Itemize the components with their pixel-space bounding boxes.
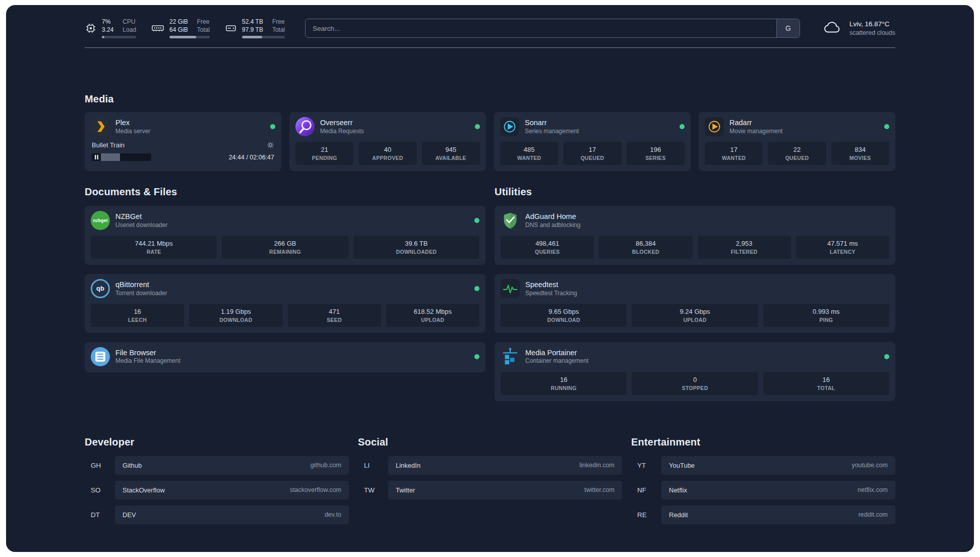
playback-time: 24:44 / 02:06:47 bbox=[229, 154, 274, 161]
stat-value: 1.19 Gbps bbox=[191, 307, 280, 316]
memory-icon bbox=[151, 22, 164, 34]
stat-label: BLOCKED bbox=[601, 248, 690, 256]
search-provider-button[interactable]: G bbox=[776, 19, 800, 37]
topbar: 7% CPU 3.24 Load bbox=[85, 18, 895, 38]
documents-section-title: Documents & Files bbox=[85, 186, 485, 198]
disk-icon bbox=[225, 22, 237, 34]
disk-usage-bar bbox=[242, 36, 285, 38]
service-name: Plex bbox=[115, 118, 150, 128]
bookmark-link-dev[interactable]: DEV dev.to bbox=[115, 506, 349, 524]
bookmark-link-linkedin[interactable]: LinkedIn linkedin.com bbox=[388, 456, 622, 475]
service-card-sonarr[interactable]: Sonarr Series management 485 WANTED 17 Q… bbox=[494, 112, 691, 171]
bookmark-name: Twitter bbox=[396, 486, 415, 494]
bookmark-row: RE Reddit reddit.com bbox=[631, 506, 895, 524]
stat-value: 21 bbox=[297, 145, 351, 154]
service-description: Usenet downloader bbox=[115, 221, 167, 230]
status-indicator bbox=[884, 354, 889, 359]
stat-value: 16 bbox=[93, 307, 182, 316]
service-name: Speedtest bbox=[525, 280, 577, 290]
bookmark-name: Netflix bbox=[669, 486, 687, 494]
stat-value: 9.24 Gbps bbox=[634, 307, 756, 316]
stat-block: 9.65 Gbps DOWNLOAD bbox=[501, 304, 627, 327]
playback-progress-fill bbox=[101, 153, 120, 161]
bookmark-url: netflix.com bbox=[858, 486, 888, 493]
service-description: DNS and adblocking bbox=[525, 221, 580, 230]
search-input[interactable] bbox=[305, 19, 776, 37]
status-indicator bbox=[475, 124, 480, 129]
stat-block: 47.571 ms LATENCY bbox=[796, 236, 889, 259]
bookmark-name: StackOverflow bbox=[122, 486, 165, 494]
cpu-load-value: 3.24 bbox=[102, 26, 113, 34]
stat-block: 196 SERIES bbox=[627, 142, 685, 165]
bookmark-link-reddit[interactable]: Reddit reddit.com bbox=[661, 506, 895, 524]
bookmark-link-youtube[interactable]: YouTube youtube.com bbox=[661, 456, 895, 475]
section-utilities: Utilities bbox=[495, 186, 895, 401]
stat-value: 834 bbox=[833, 145, 887, 154]
stat-block: 16 TOTAL bbox=[763, 372, 889, 395]
disk-total-label: Total bbox=[272, 26, 285, 34]
stat-label: SERIES bbox=[629, 154, 683, 162]
weather-condition: scattered clouds bbox=[849, 29, 895, 37]
memory-usage-bar bbox=[169, 36, 210, 38]
stat-label: LEECH bbox=[93, 316, 182, 324]
bookmark-link-stackoverflow[interactable]: StackOverflow stackoverflow.com bbox=[115, 481, 349, 499]
stat-block: 39.6 TB DOWNLOADED bbox=[353, 236, 479, 259]
memory-free-label: Free bbox=[197, 18, 210, 26]
service-card-speedtest[interactable]: Speedtest Speedtest Tracking 9.65 Gbps D… bbox=[495, 274, 895, 333]
memory-total-label: Total bbox=[197, 26, 210, 34]
stat-value: 17 bbox=[707, 145, 761, 154]
portainer-icon bbox=[501, 347, 520, 366]
bookmark-link-netflix[interactable]: Netflix netflix.com bbox=[661, 481, 895, 499]
bookmark-link-github[interactable]: Github github.com bbox=[115, 456, 349, 475]
bookmark-url: dev.to bbox=[325, 511, 341, 518]
service-name: Sonarr bbox=[525, 118, 579, 128]
disk-total-value: 97.9 TB bbox=[242, 26, 263, 34]
stat-value: 945 bbox=[424, 145, 478, 154]
stat-block: 17 QUEUED bbox=[563, 142, 621, 165]
stat-label: PING bbox=[765, 316, 887, 324]
service-description: Torrent downloader bbox=[115, 290, 167, 298]
stat-value: 16 bbox=[765, 375, 887, 384]
disk-widget: 52.4 TB Free 97.9 TB Total bbox=[225, 18, 285, 38]
cpu-usage-value: 7% bbox=[102, 18, 113, 26]
bookmark-name: Reddit bbox=[669, 511, 688, 519]
service-description: Media Requests bbox=[320, 128, 364, 136]
service-card-portainer[interactable]: Media Portainer Container management 16 … bbox=[495, 342, 895, 401]
service-card-nzbget[interactable]: nzbget NZBGet Usenet downloader 744.21 M… bbox=[85, 206, 485, 265]
overseerr-icon bbox=[295, 117, 315, 136]
qbittorrent-icon: qb bbox=[91, 279, 110, 298]
stat-block: 86,384 BLOCKED bbox=[599, 236, 692, 259]
stat-value: 9.65 Gbps bbox=[503, 307, 625, 316]
bookmark-link-twitter[interactable]: Twitter twitter.com bbox=[388, 481, 622, 499]
service-card-qbittorrent[interactable]: qb qBittorrent Torrent downloader 16 LEE… bbox=[85, 274, 485, 333]
stat-label: QUEUED bbox=[565, 154, 619, 162]
service-card-plex[interactable]: Plex Media server Bullet Train bbox=[85, 112, 281, 171]
bookmark-row: NF Netflix netflix.com bbox=[631, 481, 895, 499]
bookmark-row: YT YouTube youtube.com bbox=[631, 456, 895, 475]
section-media: Media Plex Media server bbox=[85, 93, 895, 171]
bookmark-group-entertainment: Entertainment YT YouTube youtube.com NF … bbox=[631, 436, 895, 524]
gear-icon[interactable] bbox=[267, 141, 274, 149]
stat-label: UPLOAD bbox=[634, 316, 756, 324]
service-name: Overseerr bbox=[320, 118, 364, 128]
weather-widget: Lviv, 16.87°C scattered clouds bbox=[821, 19, 895, 38]
stat-block: 0 STOPPED bbox=[632, 372, 758, 395]
stat-block: 834 MOVIES bbox=[831, 142, 889, 165]
bookmark-group-social: Social LI LinkedIn linkedin.com TW Twitt… bbox=[358, 436, 622, 524]
service-card-filebrowser[interactable]: File Browser Media File Management bbox=[85, 342, 485, 372]
service-card-overseerr[interactable]: Overseerr Media Requests 21 PENDING 40 A… bbox=[289, 112, 486, 171]
stat-value: 471 bbox=[290, 307, 379, 316]
stat-label: LATENCY bbox=[798, 248, 887, 256]
service-card-adguard[interactable]: AdGuard Home DNS and adblocking 498,461 … bbox=[495, 206, 895, 265]
pause-icon[interactable] bbox=[92, 155, 101, 159]
service-card-radarr[interactable]: Radarr Movie management 17 WANTED 22 QUE… bbox=[699, 112, 895, 171]
media-section-title: Media bbox=[85, 93, 895, 105]
bookmark-row: LI LinkedIn linkedin.com bbox=[358, 456, 622, 475]
playback-progress-bar[interactable] bbox=[92, 153, 151, 161]
stat-label: DOWNLOAD bbox=[503, 316, 625, 324]
bookmark-abbr: GH bbox=[85, 462, 115, 469]
bookmark-name: DEV bbox=[122, 511, 136, 519]
stat-value: 86,384 bbox=[601, 239, 690, 248]
stat-value: 744.21 Mbps bbox=[93, 239, 215, 248]
weather-location: Lviv, 16.87°C bbox=[849, 20, 895, 29]
